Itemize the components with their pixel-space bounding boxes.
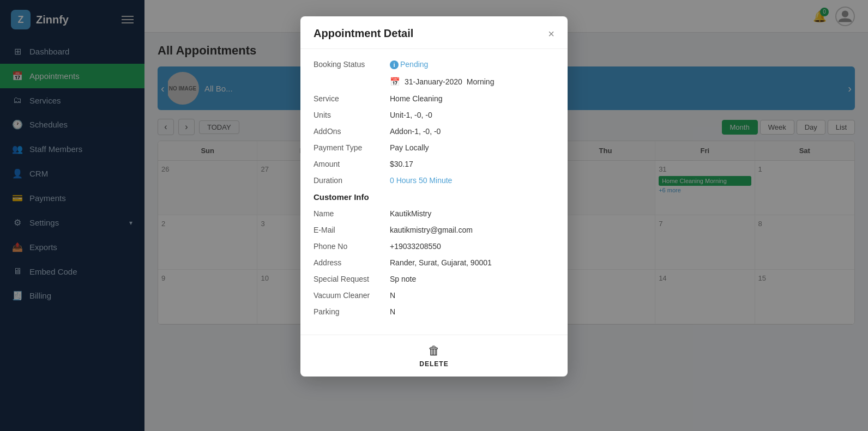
- email-row: E-Mail kautikmistry@gmail.com: [314, 226, 554, 234]
- duration-label: Duration: [314, 176, 384, 185]
- address-label: Address: [314, 258, 384, 267]
- vacuum-cleaner-row: Vacuum Cleaner N: [314, 291, 554, 300]
- special-request-value: Sp note: [390, 275, 554, 283]
- service-label: Service: [314, 94, 384, 103]
- calendar-icon: 📅: [390, 77, 400, 87]
- date-value: 31-January-2020: [405, 77, 462, 86]
- appointment-detail-modal: Appointment Detail × Booking Status iPen…: [300, 16, 568, 377]
- address-row: Address Rander, Surat, Gujarat, 90001: [314, 258, 554, 267]
- modal-body: Booking Status iPending 📅 31-January-202…: [300, 49, 568, 335]
- units-row: Units Unit-1, -0, -0: [314, 111, 554, 119]
- modal-title: Appointment Detail: [314, 27, 413, 40]
- modal-close-button[interactable]: ×: [548, 28, 554, 39]
- parking-row: Parking N: [314, 307, 554, 316]
- time-value: Morning: [467, 77, 495, 86]
- customer-info-title: Customer Info: [314, 192, 554, 202]
- payment-type-row: Payment Type Pay Locally: [314, 143, 554, 152]
- booking-status-label: Booking Status: [314, 60, 384, 69]
- duration-value: 0 Hours 50 Minute: [390, 176, 554, 185]
- parking-value: N: [390, 307, 554, 316]
- units-label: Units: [314, 111, 384, 119]
- service-value: Home Cleaning: [390, 94, 554, 103]
- payment-type-value: Pay Locally: [390, 143, 554, 152]
- modal-overlay: Appointment Detail × Booking Status iPen…: [0, 0, 868, 431]
- booking-status-row: Booking Status iPending: [314, 60, 554, 69]
- addons-value: Addon-1, -0, -0: [390, 127, 554, 136]
- amount-label: Amount: [314, 160, 384, 168]
- delete-button[interactable]: 🗑 DELETE: [419, 344, 448, 368]
- vacuum-cleaner-value: N: [390, 291, 554, 300]
- duration-row: Duration 0 Hours 50 Minute: [314, 176, 554, 185]
- date-row: 📅 31-January-2020 Morning: [390, 77, 554, 87]
- name-row: Name KautikMistry: [314, 209, 554, 218]
- parking-label: Parking: [314, 307, 384, 316]
- phone-row: Phone No +19033208550: [314, 242, 554, 251]
- addons-row: AddOns Addon-1, -0, -0: [314, 127, 554, 136]
- amount-value: $30.17: [390, 160, 554, 168]
- name-label: Name: [314, 209, 384, 218]
- email-value: kautikmistry@gmail.com: [390, 226, 554, 234]
- vacuum-cleaner-label: Vacuum Cleaner: [314, 291, 384, 300]
- info-icon: i: [390, 60, 399, 69]
- special-request-row: Special Request Sp note: [314, 275, 554, 283]
- trash-icon: 🗑: [428, 344, 440, 358]
- payment-type-label: Payment Type: [314, 143, 384, 152]
- address-value: Rander, Surat, Gujarat, 90001: [390, 258, 554, 267]
- modal-footer: 🗑 DELETE: [300, 335, 568, 377]
- phone-value: +19033208550: [390, 242, 554, 251]
- service-row: Service Home Cleaning: [314, 94, 554, 103]
- booking-status-value: iPending: [390, 60, 554, 69]
- delete-label: DELETE: [419, 360, 448, 368]
- units-value: Unit-1, -0, -0: [390, 111, 554, 119]
- name-value: KautikMistry: [390, 209, 554, 218]
- email-label: E-Mail: [314, 226, 384, 234]
- amount-row: Amount $30.17: [314, 160, 554, 168]
- modal-header: Appointment Detail ×: [300, 16, 568, 49]
- phone-label: Phone No: [314, 242, 384, 251]
- addons-label: AddOns: [314, 127, 384, 136]
- special-request-label: Special Request: [314, 275, 384, 283]
